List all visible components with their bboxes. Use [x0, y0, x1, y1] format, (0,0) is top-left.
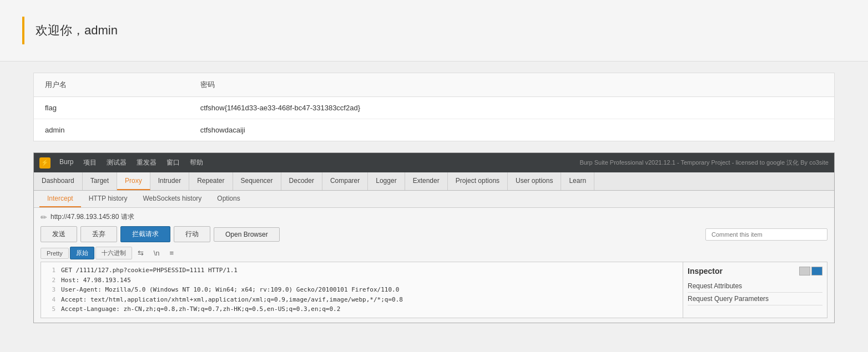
inspector-toggle: [799, 267, 822, 276]
proxy-tab-intercept[interactable]: Intercept: [39, 191, 81, 207]
request-line: 4Accept: text/html,application/xhtml+xml…: [44, 295, 679, 305]
cell-password: ctfshow{1f461d33-ae33-468f-bc47-331383cc…: [189, 97, 834, 119]
fmt-icon-menu[interactable]: ≡: [165, 247, 179, 259]
line-text: Accept-Language: zh-CN,zh;q=0.8,zh-TW;q=…: [61, 304, 340, 314]
line-text: Host: 47.98.193.145: [61, 276, 131, 285]
fmt-icon-flow[interactable]: ⇆: [133, 247, 148, 259]
col-password: 密码: [189, 73, 834, 97]
line-text: Accept: text/html,application/xhtml+xml,…: [61, 295, 403, 305]
cell-password: ctfshowdacaiji: [189, 119, 834, 141]
pencil-icon: ✏: [41, 213, 47, 222]
toggle-right[interactable]: [811, 267, 822, 276]
line-number: 2: [44, 276, 55, 285]
proxy-tab-options[interactable]: Options: [209, 191, 248, 207]
line-text: User-Agent: Mozilla/5.0 (Windows NT 10.0…: [61, 285, 399, 295]
burp-tab-sequencer[interactable]: Sequencer: [233, 172, 281, 190]
fmt-icon-newline[interactable]: \n: [149, 247, 164, 259]
intercept-url: ✏ http://47.98.193.145:80 请求: [41, 212, 827, 222]
open-browser-button[interactable]: Open Browser: [214, 227, 280, 242]
proxy-tabs: InterceptHTTP historyWebSockets historyO…: [34, 191, 834, 208]
fmt-hex[interactable]: 十六进制: [95, 247, 132, 259]
cell-username: flag: [34, 97, 189, 119]
burp-tab-intruder[interactable]: Intruder: [150, 172, 189, 190]
burp-window: ⚡ Burp项目测试器重发器窗口帮助 Burp Suite Profession…: [33, 152, 835, 323]
burp-tab-proxy[interactable]: Proxy: [117, 172, 150, 190]
line-number: 5: [44, 304, 55, 314]
burp-tab-dashboard[interactable]: Dashboard: [34, 172, 83, 190]
action-button[interactable]: 行动: [174, 226, 210, 242]
welcome-section: 欢迎你，admin: [0, 0, 868, 62]
burp-menu-项目[interactable]: 项目: [79, 156, 101, 169]
line-text: GET /1111/127.php?cookie=PHPSESSID=1111 …: [61, 266, 238, 276]
db-table-section: 用户名 密码 flagctfshow{1f461d33-ae33-468f-bc…: [33, 73, 835, 141]
toggle-left[interactable]: [799, 267, 810, 276]
inspector-query-params[interactable]: Request Query Parameters: [688, 293, 822, 305]
inspector-title: Inspector: [688, 267, 723, 276]
proxy-tab-websockets-history[interactable]: WebSockets history: [135, 191, 210, 207]
welcome-title: 欢迎你，admin: [36, 22, 118, 39]
discard-button[interactable]: 丢弃: [80, 226, 117, 242]
fmt-pretty[interactable]: Pretty: [41, 248, 69, 259]
db-table: 用户名 密码 flagctfshow{1f461d33-ae33-468f-bc…: [34, 73, 834, 141]
burp-main-tabs: DashboardTargetProxyIntruderRepeaterSequ…: [34, 172, 834, 191]
fmt-raw[interactable]: 原始: [70, 247, 94, 259]
send-button[interactable]: 发送: [41, 226, 77, 242]
burp-titlebar: ⚡ Burp项目测试器重发器窗口帮助 Burp Suite Profession…: [34, 153, 834, 172]
inspector-header: Inspector: [688, 267, 822, 276]
table-row: flagctfshow{1f461d33-ae33-468f-bc47-3313…: [34, 97, 834, 119]
intercept-button[interactable]: 拦截请求: [120, 226, 170, 242]
burp-tab-learn[interactable]: Learn: [561, 172, 594, 190]
burp-tab-comparer[interactable]: Comparer: [322, 172, 368, 190]
line-number: 4: [44, 295, 55, 305]
burp-title-text: Burp Suite Professional v2021.12.1 - Tem…: [579, 159, 829, 167]
proxy-tab-http-history[interactable]: HTTP history: [81, 191, 135, 207]
burp-menu-窗口[interactable]: 窗口: [162, 156, 184, 169]
line-number: 1: [44, 266, 55, 276]
comment-input[interactable]: [705, 228, 827, 241]
burp-logo: ⚡: [39, 157, 51, 169]
request-line: 5Accept-Language: zh-CN,zh;q=0.8,zh-TW;q…: [44, 304, 679, 314]
table-row: adminctfshowdacaiji: [34, 119, 834, 141]
request-line: 3User-Agent: Mozilla/5.0 (Windows NT 10.…: [44, 285, 679, 295]
burp-tab-extender[interactable]: Extender: [405, 172, 448, 190]
request-area: 1GET /1111/127.php?cookie=PHPSESSID=1111…: [41, 262, 827, 318]
col-username: 用户名: [34, 73, 189, 97]
cell-username: admin: [34, 119, 189, 141]
request-code[interactable]: 1GET /1111/127.php?cookie=PHPSESSID=1111…: [41, 262, 683, 318]
intercept-area: ✏ http://47.98.193.145:80 请求 发送 丢弃 拦截请求 …: [34, 208, 834, 323]
inspector-request-attributes[interactable]: Request Attributes: [688, 280, 822, 293]
burp-tab-user-options[interactable]: User options: [508, 172, 561, 190]
burp-menu-帮助[interactable]: 帮助: [185, 156, 208, 169]
burp-tab-decoder[interactable]: Decoder: [281, 172, 322, 190]
format-tabs: Pretty 原始 十六进制 ⇆ \n ≡: [41, 247, 827, 259]
burp-tab-logger[interactable]: Logger: [368, 172, 405, 190]
burp-menu-Burp[interactable]: Burp: [55, 156, 78, 169]
request-line: 2Host: 47.98.193.145: [44, 276, 679, 285]
request-line: 1GET /1111/127.php?cookie=PHPSESSID=1111…: [44, 266, 679, 276]
burp-tab-repeater[interactable]: Repeater: [189, 172, 233, 190]
burp-tab-target[interactable]: Target: [83, 172, 117, 190]
burp-menu: Burp项目测试器重发器窗口帮助: [55, 156, 208, 169]
burp-menu-重发器[interactable]: 重发器: [132, 156, 161, 169]
welcome-bar: 欢迎你，admin: [22, 17, 835, 44]
burp-tab-project-options[interactable]: Project options: [448, 172, 508, 190]
line-number: 3: [44, 285, 55, 295]
intercept-buttons: 发送 丢弃 拦截请求 行动 Open Browser: [41, 226, 827, 242]
inspector-panel: Inspector Request Attributes Request Que…: [683, 262, 827, 318]
url-text: http://47.98.193.145:80 请求: [51, 212, 134, 222]
burp-menu-测试器[interactable]: 测试器: [102, 156, 131, 169]
